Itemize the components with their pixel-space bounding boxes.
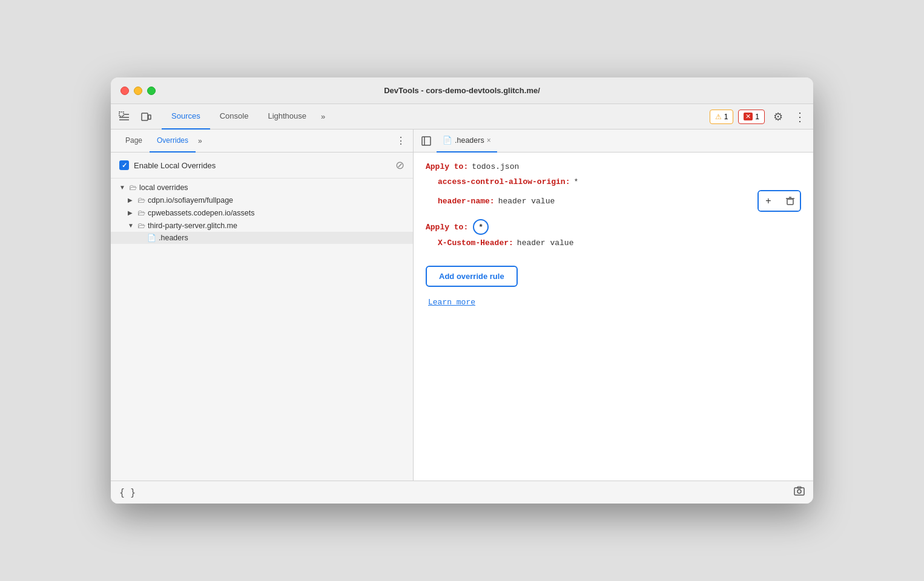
list-item[interactable]: ▶ 🗁 cpwebassets.codepen.io/assets	[111, 206, 413, 219]
folder-icon: 🗁	[129, 183, 137, 192]
enable-overrides-label: Enable Local Overrides	[134, 161, 391, 170]
enable-overrides-checkbox[interactable]	[119, 160, 129, 170]
window-title: DevTools - cors-demo-devtools.glitch.me/	[384, 86, 540, 95]
window-controls	[120, 87, 156, 95]
folder-icon: 🗁	[137, 221, 145, 230]
bottom-bar: { }	[111, 481, 813, 504]
svg-rect-4	[142, 113, 148, 120]
warning-icon: ⚠	[715, 113, 722, 121]
folder-icon: 🗁	[137, 195, 145, 205]
list-item[interactable]: ▼ 🗁 third-party-server.glitch.me	[111, 219, 413, 232]
apply-value-1: todos.json	[472, 162, 519, 171]
main-tabbar: Sources Console Lighthouse » ⚠ 1 ✕ 1 ⚙ ⋮	[111, 104, 813, 130]
svg-rect-5	[148, 115, 151, 119]
apply-label-2: Apply to:	[426, 223, 468, 232]
screenshot-icon[interactable]	[794, 486, 805, 499]
devtools-window: DevTools - cors-demo-devtools.glitch.me/	[111, 77, 813, 504]
device-toolbar-icon[interactable]	[137, 108, 154, 125]
list-item[interactable]: ▼ 🗁 local overrides	[111, 181, 413, 194]
apply-line-1: Apply to: todos.json	[426, 162, 801, 171]
list-item[interactable]: ▶ 🗁 cdpn.io/sofiayem/fullpage	[111, 194, 413, 206]
header-row-1: access-control-allow-origin: *	[426, 177, 801, 186]
header-key-1: access-control-allow-origin:	[438, 177, 570, 186]
minimize-button[interactable]	[134, 87, 142, 95]
more-tabs-button[interactable]: »	[316, 112, 330, 121]
header-row-3: X-Custom-Header: header value	[426, 238, 801, 248]
svg-rect-8	[787, 199, 793, 205]
svg-rect-11	[794, 488, 804, 495]
toggle-sidebar-icon[interactable]	[418, 133, 434, 149]
error-badge[interactable]: ✕ 1	[738, 110, 765, 124]
apply-label-1: Apply to:	[426, 162, 468, 171]
svg-rect-6	[422, 137, 431, 145]
panel-tabs: Page Overrides » ⋮	[111, 130, 413, 153]
panel-tab-overrides[interactable]: Overrides	[150, 130, 196, 153]
titlebar: DevTools - cors-demo-devtools.glitch.me/	[111, 77, 813, 104]
right-panel: 📄 .headers × Apply to: todos.json access…	[414, 130, 813, 481]
header-val-3: header value	[517, 238, 574, 248]
learn-more-container: Learn more	[426, 292, 801, 307]
tree-arrow-icon: ▶	[128, 197, 135, 203]
file-tab-icon: 📄	[443, 136, 452, 145]
file-tree: ▼ 🗁 local overrides ▶ 🗁 cdpn.io/sofiayem…	[111, 179, 413, 481]
file-icon: 📄	[147, 234, 156, 242]
delete-header-button[interactable]	[780, 191, 800, 211]
tab-sources[interactable]: Sources	[162, 104, 210, 130]
add-override-button[interactable]: Add override rule	[426, 266, 518, 287]
add-header-button[interactable]: +	[759, 191, 778, 211]
error-icon: ✕	[744, 113, 753, 120]
tree-arrow-icon: ▶	[128, 209, 135, 216]
tab-lighthouse[interactable]: Lighthouse	[258, 104, 316, 130]
clear-overrides-button[interactable]: ⊘	[395, 159, 404, 172]
right-tabbar: 📄 .headers ×	[414, 130, 813, 153]
panel-tab-page[interactable]: Page	[118, 130, 150, 153]
warning-badge[interactable]: ⚠ 1	[710, 110, 734, 124]
inspect-element-icon[interactable]	[116, 108, 133, 125]
close-tab-button[interactable]: ×	[487, 136, 491, 145]
enable-overrides-row: Enable Local Overrides ⊘	[111, 153, 413, 179]
header-action-buttons: +	[757, 190, 801, 212]
file-tab-headers[interactable]: 📄 .headers ×	[437, 130, 497, 153]
add-override-container: Add override rule	[426, 257, 801, 287]
close-button[interactable]	[120, 87, 129, 95]
header-val-1: *	[573, 177, 578, 186]
maximize-button[interactable]	[147, 87, 156, 95]
tree-arrow-icon: ▼	[119, 184, 127, 191]
header-val-2: header value	[498, 197, 555, 206]
tab-console[interactable]: Console	[210, 104, 259, 130]
svg-point-12	[797, 490, 801, 493]
pretty-print-icon[interactable]: { }	[119, 487, 136, 498]
settings-icon[interactable]: ⚙	[770, 108, 787, 125]
apply-line-2: Apply to: *	[426, 219, 801, 235]
folder-icon: 🗁	[137, 208, 145, 217]
main-content: Page Overrides » ⋮ Enable Local Override…	[111, 130, 813, 481]
file-tab-label: .headers	[455, 136, 484, 145]
more-options-icon[interactable]: ⋮	[791, 110, 808, 124]
tabbar-icons	[116, 108, 154, 125]
svg-rect-0	[119, 112, 124, 116]
tabbar-right-actions: ⚠ 1 ✕ 1 ⚙ ⋮	[710, 108, 808, 125]
learn-more-link[interactable]: Learn more	[428, 298, 475, 307]
error-count: 1	[755, 113, 759, 121]
panel-menu-icon[interactable]: ⋮	[396, 135, 406, 146]
list-item[interactable]: ▶ 📄 .headers	[111, 232, 413, 244]
header-row-2: header-name: header value +	[426, 190, 801, 212]
editor-area: Apply to: todos.json access-control-allo…	[414, 153, 813, 481]
panel-tab-more[interactable]: »	[196, 137, 205, 145]
tree-arrow-icon: ▼	[128, 222, 135, 229]
left-panel: Page Overrides » ⋮ Enable Local Override…	[111, 130, 414, 481]
header-key-2: header-name:	[438, 197, 495, 206]
header-key-3: X-Custom-Header:	[438, 238, 513, 248]
warning-count: 1	[724, 113, 728, 121]
asterisk-badge[interactable]: *	[473, 219, 489, 235]
